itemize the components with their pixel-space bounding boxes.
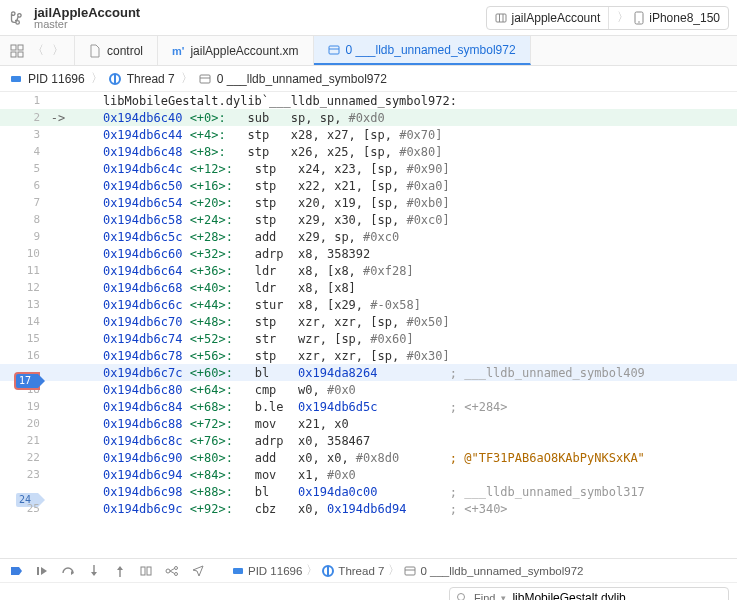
code-text: 0x194db6c48 <+8>: stp x26, x25, [sp, #0x… (70, 145, 443, 159)
grid-icon[interactable] (10, 44, 24, 58)
line-number[interactable]: 19 (0, 400, 46, 413)
run-config-selector[interactable]: jailAppleAccount 〉 iPhone8_150 (486, 6, 729, 30)
comment: ; ___lldb_unnamed_symbol317 (450, 485, 645, 499)
line-number[interactable]: 25 (0, 502, 46, 515)
disassembly-view[interactable]: 1 libMobileGestalt.dylib`___lldb_unnamed… (0, 92, 737, 558)
code-line[interactable]: 6 0x194db6c50 <+16>: stp x22, x21, [sp, … (0, 177, 737, 194)
chevron-right-icon: 〉 (617, 9, 629, 26)
breadcrumb[interactable]: PID 11696 〉 Thread 7 〉 0 ___lldb_unnamed… (0, 66, 737, 92)
code-line[interactable]: 18 0x194db6c80 <+64>: cmp w0, #0x0 (0, 381, 737, 398)
svg-rect-31 (233, 568, 243, 574)
step-over-icon[interactable] (60, 563, 76, 579)
chevron-down-icon[interactable]: ▾ (501, 593, 506, 600)
process-icon (232, 565, 244, 577)
code-text: libMobileGestalt.dylib`___lldb_unnamed_s… (70, 94, 457, 108)
offset: <+44>: (190, 298, 233, 312)
code-line[interactable]: 20 0x194db6c88 <+72>: mov x21, x0 (0, 415, 737, 432)
line-number[interactable]: 3 (0, 128, 46, 141)
code-line[interactable]: 25 0x194db6c9c <+92>: cbz x0, 0x194db6d9… (0, 500, 737, 517)
code-text: 0x194db6c74 <+52>: str wzr, [sp, #0x60] (70, 332, 414, 346)
tab-symbol[interactable]: 0 ___lldb_unnamed_symbol972 (314, 36, 531, 65)
code-line[interactable]: 4 0x194db6c48 <+8>: stp x26, x25, [sp, #… (0, 143, 737, 160)
breakpoint-toggle-icon[interactable] (8, 563, 24, 579)
search-icon (456, 592, 468, 600)
mnemonic: stp (255, 179, 298, 193)
line-number[interactable]: 15 (0, 332, 46, 345)
crumb-pid: PID 11696 (28, 72, 85, 86)
forward-icon[interactable]: 〉 (52, 42, 64, 59)
immediate: #0xa0] (406, 179, 449, 193)
line-number[interactable]: 16 (0, 349, 46, 362)
view-debug-icon[interactable] (138, 563, 154, 579)
line-number[interactable]: 23 (0, 468, 46, 481)
code-line[interactable]: 14 0x194db6c70 <+48>: stp xzr, xzr, [sp,… (0, 313, 737, 330)
dbg-thread[interactable]: Thread 7 (338, 565, 384, 577)
code-line[interactable]: 12 0x194db6c68 <+40>: ldr x8, [x8] (0, 279, 737, 296)
line-number[interactable]: 9 (0, 230, 46, 243)
line-number[interactable]: 5 (0, 162, 46, 175)
code-line[interactable]: 23 0x194db6c94 <+84>: mov x1, #0x0 (0, 466, 737, 483)
code-line[interactable]: 16 0x194db6c78 <+56>: stp xzr, xzr, [sp,… (0, 347, 737, 364)
line-number[interactable]: 7 (0, 196, 46, 209)
line-number[interactable]: 11 (0, 264, 46, 277)
breakpoint-marker[interactable]: 17 (16, 374, 38, 388)
code-line[interactable]: 24 0x194db6c98 <+88>: bl 0x194da0c00 ; _… (0, 483, 737, 500)
step-out-icon[interactable] (112, 563, 128, 579)
svg-marker-17 (41, 567, 47, 575)
offset: <+16>: (190, 179, 233, 193)
tab-control[interactable]: control (75, 36, 158, 65)
code-text: 0x194db6c80 <+64>: cmp w0, #0x0 (70, 383, 356, 397)
immediate: #0xb0] (406, 196, 449, 210)
offset: <+60>: (190, 366, 233, 380)
line-number[interactable]: 20 (0, 417, 46, 430)
line-number[interactable]: 1 (0, 94, 46, 107)
code-line[interactable]: 9 0x194db6c5c <+28>: add x29, sp, #0xc0 (0, 228, 737, 245)
line-number[interactable]: 13 (0, 298, 46, 311)
code-line[interactable]: 21 0x194db6c8c <+76>: adrp x0, 358467 (0, 432, 737, 449)
code-line[interactable]: 5 0x194db6c4c <+12>: stp x24, x23, [sp, … (0, 160, 737, 177)
code-line[interactable]: 17 0x194db6c7c <+60>: bl 0x194da8264 ; _… (0, 364, 737, 381)
comment: ; @"TF31PAB6aO8KAbPyNKSxKA" (450, 451, 645, 465)
line-number[interactable]: 2 (0, 111, 46, 124)
line-number[interactable]: 6 (0, 179, 46, 192)
code-line[interactable]: 11 0x194db6c64 <+36>: ldr x8, [x8, #0xf2… (0, 262, 737, 279)
svg-marker-22 (117, 566, 123, 570)
code-line[interactable]: 3 0x194db6c44 <+4>: stp x28, x27, [sp, #… (0, 126, 737, 143)
line-number[interactable]: 4 (0, 145, 46, 158)
code-text: 0x194db6c50 <+16>: stp x22, x21, [sp, #0… (70, 179, 450, 193)
dbg-frame[interactable]: 0 ___lldb_unnamed_symbol972 (420, 565, 583, 577)
code-line[interactable]: 22 0x194db6c90 <+80>: add x0, x0, #0x8d0… (0, 449, 737, 466)
dbg-pid[interactable]: PID 11696 (248, 565, 302, 577)
code-line[interactable]: 13 0x194db6c6c <+44>: stur x8, [x29, #-0… (0, 296, 737, 313)
find-box[interactable]: Find ▾ (449, 587, 729, 600)
step-into-icon[interactable] (86, 563, 102, 579)
mnemonic: cmp (255, 383, 298, 397)
code-line[interactable]: 7 0x194db6c54 <+20>: stp x20, x19, [sp, … (0, 194, 737, 211)
location-icon[interactable] (190, 563, 206, 579)
line-number[interactable]: 22 (0, 451, 46, 464)
code-line[interactable]: 19 0x194db6c84 <+68>: b.le 0x194db6d5c ;… (0, 398, 737, 415)
line-number[interactable]: 12 (0, 281, 46, 294)
code-line[interactable]: 8 0x194db6c58 <+24>: stp x29, x30, [sp, … (0, 211, 737, 228)
tab-xm[interactable]: m' jailAppleAccount.xm (158, 36, 313, 65)
mnemonic: b.le (255, 400, 298, 414)
frame-icon (199, 73, 211, 85)
code-text: 0x194db6c8c <+76>: adrp x0, 358467 (70, 434, 370, 448)
line-number[interactable]: 14 (0, 315, 46, 328)
memory-graph-icon[interactable] (164, 563, 180, 579)
find-input[interactable] (512, 591, 722, 600)
offset: <+72>: (190, 417, 233, 431)
code-line[interactable]: 15 0x194db6c74 <+52>: str wzr, [sp, #0x6… (0, 330, 737, 347)
operands: x8, [x8, (298, 264, 363, 278)
line-number[interactable]: 21 (0, 434, 46, 447)
code-text: 0x194db6c4c <+12>: stp x24, x23, [sp, #0… (70, 162, 450, 176)
code-line[interactable]: 2-> 0x194db6c40 <+0>: sub sp, sp, #0xd0 (0, 109, 737, 126)
operands: xzr, xzr, [sp, (298, 315, 406, 329)
back-icon[interactable]: 〈 (32, 42, 44, 59)
continue-icon[interactable] (34, 563, 50, 579)
line-number[interactable]: 10 (0, 247, 46, 260)
line-number[interactable]: 8 (0, 213, 46, 226)
immediate: #0xc0] (406, 213, 449, 227)
code-line[interactable]: 10 0x194db6c60 <+32>: adrp x8, 358392 (0, 245, 737, 262)
offset: <+0>: (190, 111, 226, 125)
